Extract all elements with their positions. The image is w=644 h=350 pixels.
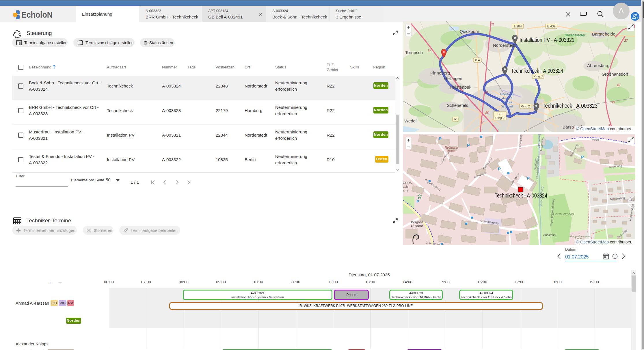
svg-text:P: P — [439, 136, 442, 141]
svg-text:Duvenstedter: Duvenstedter — [565, 33, 585, 37]
svg-text:Outdoor: Outdoor — [411, 224, 423, 228]
svg-text:26: 26 — [485, 111, 489, 114]
svg-text:28: 28 — [617, 84, 620, 87]
svg-text:Helmut: Helmut — [502, 100, 512, 104]
svg-text:P: P — [467, 143, 470, 148]
svg-text:Beton: Beton — [447, 149, 455, 152]
svg-text:Halstenbek: Halstenbek — [450, 85, 472, 90]
svg-text:21: 21 — [491, 23, 494, 26]
svg-text:Technikcheck - A-003324: Technikcheck - A-003324 — [511, 67, 563, 74]
svg-text:L 284: L 284 — [514, 25, 522, 28]
svg-text:Airport: Airport — [502, 96, 512, 100]
svg-text:EcholoN: EcholoN — [21, 10, 53, 19]
svg-text:Ahrensburg: Ahrensburg — [587, 63, 610, 68]
svg-text:Ring 2: Ring 2 — [521, 105, 530, 108]
svg-text:© OpenStreetMap contributors.: © OpenStreetMap contributors. — [576, 126, 632, 131]
svg-text:P: P — [416, 199, 419, 204]
svg-text:27: 27 — [480, 120, 484, 124]
svg-text:Tarpen: Tarpen — [590, 137, 599, 141]
svg-text:Tornesch: Tornesch — [405, 50, 423, 55]
svg-text:Pinneberg: Pinneberg — [430, 70, 450, 75]
svg-text:Kleingartenverein: Kleingartenverein — [569, 235, 590, 238]
svg-text:B 4: B 4 — [475, 58, 480, 62]
svg-text:Suckinsel: Suckinsel — [543, 233, 556, 237]
svg-text:Wedel: Wedel — [404, 118, 416, 123]
svg-text:Bargteheide: Bargteheide — [592, 31, 615, 36]
svg-text:P: P — [581, 154, 584, 159]
svg-text:Erdkai: Erdkai — [627, 199, 635, 202]
svg-text:15: 15 — [428, 49, 431, 52]
svg-text:B 432: B 432 — [547, 25, 556, 28]
svg-text:ash: ash — [403, 185, 408, 188]
svg-text:arry: arry — [403, 189, 408, 192]
svg-text:Installation PV - A-003321: Installation PV - A-003321 — [520, 36, 574, 43]
svg-text:29: 29 — [611, 101, 615, 104]
svg-text:Heerbuckhoop: Heerbuckhoop — [553, 212, 574, 216]
svg-text:Quickborn: Quickborn — [459, 29, 479, 34]
svg-text:Hamburg: Hamburg — [500, 92, 514, 96]
svg-text:Hamburg: Hamburg — [534, 158, 537, 170]
svg-text:P: P — [527, 176, 530, 180]
svg-text:B 5: B 5 — [498, 112, 502, 116]
svg-text:Bergans: Bergans — [411, 220, 423, 224]
svg-text:Schenefeld: Schenefeld — [447, 103, 468, 108]
svg-text:Technikcheck - A-003323: Technikcheck - A-003323 — [543, 102, 598, 109]
svg-text:Großhansdorf: Großhansdorf — [602, 72, 628, 77]
svg-text:Schmidt: Schmidt — [501, 105, 513, 108]
svg-text:GROS: GROS — [403, 181, 412, 185]
svg-text:R: R — [454, 118, 457, 121]
svg-text:Technikcheck - A-003324: Technikcheck - A-003324 — [495, 192, 547, 199]
svg-text:27: 27 — [624, 39, 628, 42]
svg-text:© OpenStreetMap contributors.: © OpenStreetMap contributors. — [576, 240, 632, 244]
svg-text:25: 25 — [484, 91, 488, 94]
svg-text:Ring 3: Ring 3 — [533, 75, 543, 78]
svg-text:Norderstedt: Norderstedt — [493, 43, 516, 48]
svg-text:P: P — [498, 166, 501, 171]
svg-text:Ring 2: Ring 2 — [495, 116, 505, 120]
svg-text:Rellingen: Rellingen — [444, 76, 462, 81]
